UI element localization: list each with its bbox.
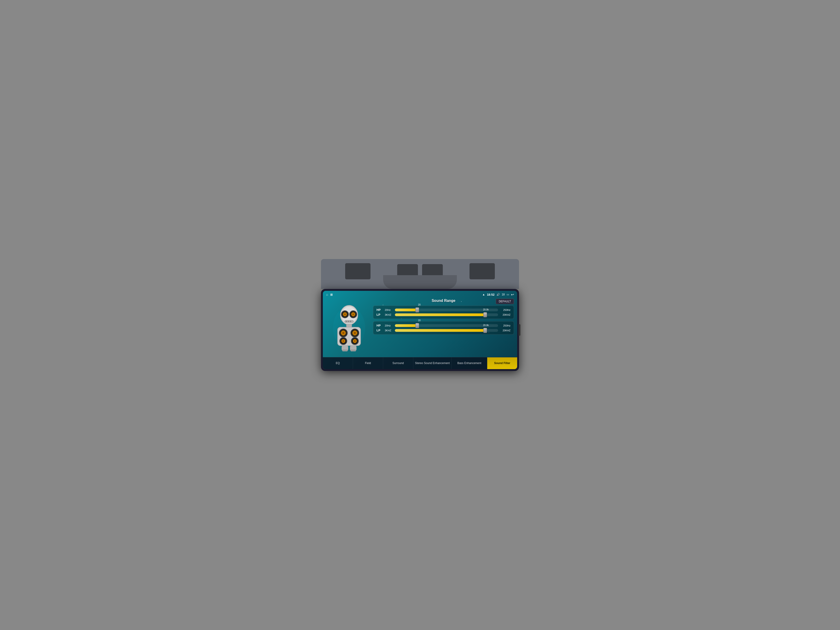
back-icon[interactable]: ↩ — [511, 292, 514, 297]
status-left: ⌂ ▦ — [326, 293, 333, 296]
hp-row-2: HP 20Hz 20 250Hz — [376, 324, 510, 327]
lp-max-1: 20KHZ — [500, 313, 510, 316]
side-button[interactable] — [519, 324, 520, 336]
svg-point-27 — [343, 333, 344, 334]
lp-thumb-1[interactable]: 20.0k — [483, 312, 487, 317]
hp-value-1: 20 — [418, 303, 420, 306]
hp-thumb-1[interactable]: 20 — [415, 307, 419, 313]
svg-point-33 — [354, 333, 355, 334]
hp-fill-2: 20 — [395, 324, 418, 327]
dash-panel — [321, 259, 519, 289]
nav-stereo[interactable]: Stereo Sound Enhancement — [413, 357, 452, 369]
chart-icon[interactable]: ▦ — [330, 293, 333, 296]
lp-slider-2[interactable]: 20.0k — [395, 329, 498, 332]
lp-max-2: 20KHZ — [500, 329, 510, 332]
hp-label-1: HP — [376, 308, 383, 311]
sound-panel-1: HP 20Hz 20 250Hz — [373, 306, 514, 319]
svg-rect-21 — [346, 324, 352, 327]
hp-label-2: HP — [376, 324, 383, 327]
svg-rect-18 — [346, 321, 347, 322]
home-icon[interactable]: ⌂ — [326, 293, 328, 296]
svg-point-7 — [344, 314, 346, 315]
svg-rect-47 — [342, 349, 348, 351]
screen-device: ⌂ ▦ ▲ 18:52 🔊 18 ▭ ↩ — [321, 289, 519, 371]
lp-row-2: LP 3KHZ 20.0k 20KHZ — [376, 328, 510, 332]
lp-label-1: LP — [376, 313, 383, 316]
section-title: Sound Range — [373, 298, 514, 303]
time-display: 18:52 — [487, 293, 494, 296]
nav-filter[interactable]: Sound Filter — [487, 357, 517, 369]
svg-rect-19 — [348, 321, 349, 322]
robot-area — [326, 299, 372, 356]
nav-surround[interactable]: Surround — [383, 357, 413, 369]
nav-eq[interactable]: EQ — [323, 357, 353, 369]
default-button[interactable]: DEFAULT — [496, 298, 514, 304]
outer-wrapper: ⌂ ▦ ▲ 18:52 🔊 18 ▭ ↩ — [321, 259, 519, 371]
sound-panel-2: HP 20Hz 20 250Hz — [373, 321, 514, 335]
hp-thumb-2[interactable]: 20 — [415, 323, 419, 328]
main-content: DEFAULT Sound Range HP 20Hz — [373, 298, 514, 356]
bottom-nav: EQ Field Surround Stereo Sound Enhanceme… — [323, 357, 517, 369]
status-bar: ⌂ ▦ ▲ 18:52 🔊 18 ▭ ↩ — [323, 291, 517, 298]
hp-min-1: 20Hz — [385, 309, 393, 311]
volume-icon: 🔊 — [496, 293, 500, 296]
hp-slider-2[interactable]: 20 — [395, 324, 498, 327]
dash-vent-right — [469, 263, 495, 279]
hp-slider-1[interactable]: 20 — [395, 309, 498, 311]
lp-min-2: 3KHZ — [385, 329, 393, 332]
lp-row-1: LP 3KHZ 20.0k 20KHZ — [376, 313, 510, 316]
wifi-icon: ▲ — [482, 293, 485, 296]
hp-max-2: 250Hz — [500, 324, 510, 327]
lp-slider-1[interactable]: 20.0k — [395, 313, 498, 316]
hp-fill-1: 20 — [395, 309, 418, 311]
status-right: ▲ 18:52 🔊 18 ▭ ↩ — [482, 292, 514, 297]
screen: ⌂ ▦ ▲ 18:52 🔊 18 ▭ ↩ — [323, 291, 517, 369]
nav-field[interactable]: Field — [353, 357, 383, 369]
hp-value-2: 20 — [418, 319, 420, 322]
svg-point-14 — [353, 314, 354, 315]
lp-label-2: LP — [376, 328, 383, 332]
dash-vent-left — [345, 263, 371, 279]
svg-point-39 — [343, 341, 344, 341]
lp-value-1: 20.0k — [483, 308, 489, 311]
svg-rect-20 — [350, 321, 351, 322]
nav-bass[interactable]: Bass Enhancement — [452, 357, 487, 369]
hp-max-1: 250Hz — [500, 309, 510, 311]
hp-row-1: HP 20Hz 20 250Hz — [376, 308, 510, 311]
lp-fill-1: 20.0k — [395, 313, 486, 316]
lp-value-2: 20.0k — [483, 324, 489, 327]
sound-panels: HP 20Hz 20 250Hz — [373, 306, 514, 335]
volume-value: 18 — [502, 293, 505, 296]
dash-vent-center-left — [397, 264, 418, 279]
hp-min-2: 20Hz — [385, 324, 393, 327]
lp-fill-2: 20.0k — [395, 329, 486, 332]
svg-rect-48 — [351, 349, 356, 351]
robot-speaker-illustration — [331, 302, 368, 353]
battery-icon: ▭ — [507, 293, 509, 296]
svg-point-44 — [354, 341, 355, 341]
lp-thumb-2[interactable]: 20.0k — [483, 328, 487, 333]
dash-vent-center-right — [422, 264, 443, 279]
lp-min-1: 3KHZ — [385, 313, 393, 316]
